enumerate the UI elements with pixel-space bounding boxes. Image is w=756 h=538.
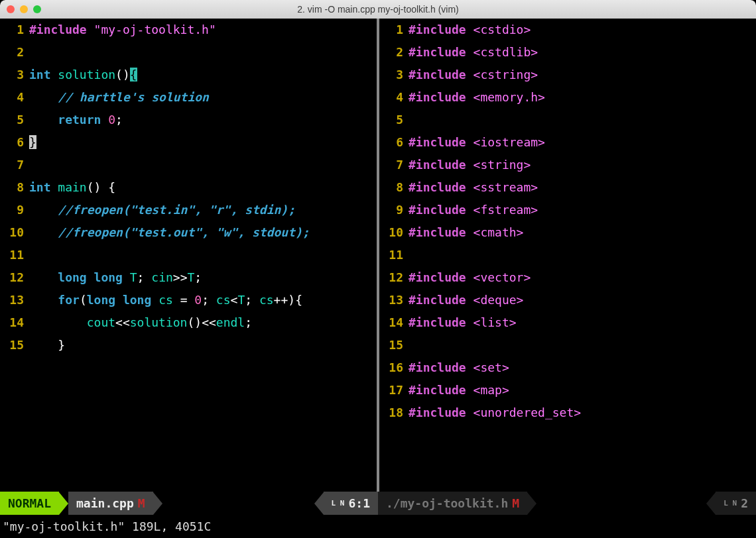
code-line[interactable]: //freopen("test.in", "r", stdin);: [29, 199, 377, 221]
status-area: NORMAL main.cpp M L N 6:1 ./my-oj-toolki…: [0, 492, 756, 538]
code-line[interactable]: #include <cmath>: [409, 221, 756, 244]
right-gutter: 123456789101112131415161718: [379, 19, 409, 492]
code-line[interactable]: #include <cstring>: [409, 64, 756, 86]
line-number: 1: [379, 19, 403, 41]
code-line[interactable]: #include <unordered_set>: [409, 402, 756, 424]
separator-icon: [314, 492, 324, 515]
line-number: 13: [379, 289, 403, 311]
code-line[interactable]: #include <cstdio>: [409, 19, 756, 41]
code-line[interactable]: int solution(){: [29, 64, 377, 86]
window-title: 2. vim -O main.cpp my-oj-toolkit.h (vim): [0, 4, 756, 15]
code-line[interactable]: [29, 41, 377, 64]
separator-icon: [706, 492, 716, 515]
line-number: 1: [0, 19, 24, 41]
separator-icon: [59, 492, 68, 515]
filename-text: ./my-oj-toolkit.h: [386, 492, 508, 515]
close-icon[interactable]: [7, 5, 15, 13]
code-line[interactable]: #include "my-oj-toolkit.h": [29, 19, 377, 41]
code-line[interactable]: }: [29, 334, 377, 356]
code-line[interactable]: return 0;: [29, 109, 377, 131]
line-number-icon: L N: [332, 500, 345, 507]
line-number: 8: [0, 176, 24, 199]
line-number: 6: [0, 131, 24, 154]
line-number: 2: [0, 41, 24, 64]
right-position: L N 2: [716, 492, 756, 515]
left-position: L N 6:1: [324, 492, 378, 515]
line-number: 7: [0, 154, 24, 176]
right-pane[interactable]: 123456789101112131415161718 #include <cs…: [379, 19, 756, 492]
code-line[interactable]: [409, 244, 756, 266]
code-line[interactable]: #include <map>: [409, 379, 756, 402]
status-row: NORMAL main.cpp M L N 6:1 ./my-oj-toolki…: [0, 492, 756, 515]
code-line[interactable]: #include <deque>: [409, 289, 756, 311]
code-line[interactable]: #include <memory.h>: [409, 86, 756, 109]
code-line[interactable]: #include <iostream>: [409, 131, 756, 154]
code-line[interactable]: #include <fstream>: [409, 199, 756, 221]
status-right-pane: ./my-oj-toolkit.h M L N 2: [378, 492, 756, 515]
line-number: 2: [379, 41, 403, 64]
modified-flag: M: [134, 492, 145, 515]
titlebar: 2. vim -O main.cpp my-oj-toolkit.h (vim): [0, 0, 756, 19]
command-line[interactable]: "my-oj-toolkit.h" 189L, 4051C: [0, 515, 756, 538]
left-filename: main.cpp M: [68, 492, 153, 515]
line-number: 13: [0, 289, 24, 311]
code-line[interactable]: [409, 334, 756, 356]
line-number: 12: [379, 266, 403, 289]
separator-icon: [527, 492, 536, 515]
line-number: 10: [379, 221, 403, 244]
modified-flag: M: [508, 492, 519, 515]
line-number: 7: [379, 154, 403, 176]
filename-text: main.cpp: [76, 492, 134, 515]
line-number: 5: [0, 109, 24, 131]
position-text: 2: [741, 492, 748, 515]
code-line[interactable]: //freopen("test.out", "w", stdout);: [29, 221, 377, 244]
code-line[interactable]: for(long long cs = 0; cs<T; cs++){: [29, 289, 377, 311]
line-number: 8: [379, 176, 403, 199]
line-number: 4: [379, 86, 403, 109]
line-number: 15: [379, 334, 403, 356]
code-line[interactable]: #include <string>: [409, 154, 756, 176]
code-line[interactable]: int main() {: [29, 176, 377, 199]
line-number: 9: [0, 199, 24, 221]
line-number: 14: [379, 311, 403, 334]
code-line[interactable]: [29, 244, 377, 266]
line-number: 6: [379, 131, 403, 154]
line-number: 17: [379, 379, 403, 402]
line-number: 11: [0, 244, 24, 266]
separator-icon: [153, 492, 162, 515]
line-number: 12: [0, 266, 24, 289]
left-code[interactable]: #include "my-oj-toolkit.h" int solution(…: [29, 19, 377, 492]
zoom-icon[interactable]: [33, 5, 41, 13]
line-number: 3: [0, 64, 24, 86]
line-number: 16: [379, 356, 403, 379]
position-text: 6:1: [348, 492, 370, 515]
code-line[interactable]: }: [29, 131, 377, 154]
code-line[interactable]: [409, 109, 756, 131]
traffic-lights: [7, 5, 41, 13]
line-number: 4: [0, 86, 24, 109]
left-pane[interactable]: 123456789101112131415 #include "my-oj-to…: [0, 19, 377, 492]
mode-indicator: NORMAL: [0, 492, 59, 515]
code-line[interactable]: #include <list>: [409, 311, 756, 334]
line-number-icon: L N: [724, 500, 737, 507]
code-line[interactable]: cout<<solution()<<endl;: [29, 311, 377, 334]
code-line[interactable]: #include <set>: [409, 356, 756, 379]
code-line[interactable]: #include <sstream>: [409, 176, 756, 199]
line-number: 15: [0, 334, 24, 356]
line-number: 18: [379, 402, 403, 424]
right-filename: ./my-oj-toolkit.h M: [378, 492, 527, 515]
line-number: 10: [0, 221, 24, 244]
code-line[interactable]: #include <cstdlib>: [409, 41, 756, 64]
line-number: 11: [379, 244, 403, 266]
status-left-pane: NORMAL main.cpp M L N 6:1: [0, 492, 378, 515]
minimize-icon[interactable]: [20, 5, 28, 13]
editor-split: 123456789101112131415 #include "my-oj-to…: [0, 19, 756, 492]
right-code[interactable]: #include <cstdio>#include <cstdlib>#incl…: [409, 19, 756, 492]
line-number: 14: [0, 311, 24, 334]
code-line[interactable]: // harttle's solution: [29, 86, 377, 109]
line-number: 5: [379, 109, 403, 131]
code-line[interactable]: #include <vector>: [409, 266, 756, 289]
code-line[interactable]: [29, 154, 377, 176]
code-line[interactable]: long long T; cin>>T;: [29, 266, 377, 289]
line-number: 9: [379, 199, 403, 221]
